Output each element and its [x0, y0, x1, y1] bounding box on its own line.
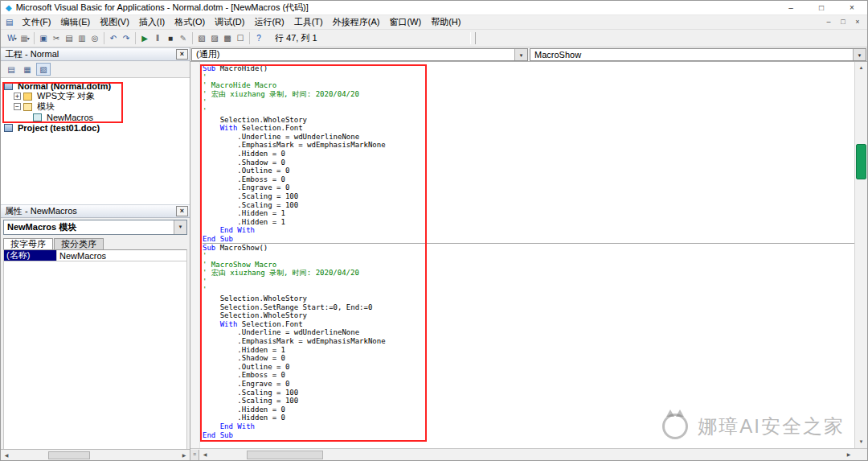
- tree-item[interactable]: +WPS文字 对象: [1, 91, 190, 101]
- window-controls: – □ ×: [776, 1, 867, 14]
- minimize-button[interactable]: –: [776, 1, 806, 14]
- properties-panel-close-icon[interactable]: ×: [176, 206, 188, 216]
- property-value[interactable]: NewMacros: [57, 251, 186, 261]
- code-line: .Outline = 0: [203, 363, 854, 372]
- design-mode-button[interactable]: ✎: [177, 31, 190, 46]
- tree-expander-icon[interactable]: +: [14, 93, 21, 100]
- code-line: .Shadow = 0: [203, 158, 854, 167]
- properties-tabs: 按字母序按分类序: [1, 237, 190, 249]
- properties-window-button[interactable]: ▨: [208, 31, 221, 46]
- find-button[interactable]: ◎: [88, 31, 101, 46]
- menu-item[interactable]: 帮助(H): [426, 15, 465, 29]
- menu-bar: ▤ 文件(F)编辑(E)视图(V)插入(I)格式(O)调试(D)运行(R)工具(…: [1, 15, 867, 30]
- maximize-button[interactable]: □: [806, 1, 837, 14]
- code-line: .Underline = wdUnderlineNone: [203, 133, 854, 142]
- tree-item[interactable]: NewMacros: [1, 112, 190, 122]
- tree-item[interactable]: −模块: [1, 101, 190, 112]
- undo-button[interactable]: ↶: [107, 31, 120, 46]
- insert-userform-button[interactable]: ▦▾: [18, 31, 31, 46]
- code-line: ' 宏由 xiuzhang 录制, 时间: 2020/04/20: [203, 90, 854, 99]
- code-line: Sub MacroShow(): [203, 243, 854, 252]
- chevron-down-icon[interactable]: ▼: [174, 220, 186, 234]
- project-explorer-button[interactable]: ▧: [195, 31, 208, 46]
- code-line: Sub MacroHide(): [203, 64, 854, 73]
- help-icon: ?: [256, 34, 261, 43]
- code-horizontal-scrollbar[interactable]: ≡ ◀ ▶: [190, 448, 867, 460]
- window-split-handle[interactable]: ≡: [190, 450, 199, 460]
- break-button[interactable]: ‖: [151, 31, 164, 46]
- properties-tab[interactable]: 按字母序: [3, 238, 53, 249]
- properties-object-selector[interactable]: NewMacros 模块 ▼: [3, 220, 187, 235]
- document-icon: ▤: [6, 18, 13, 27]
- scrollbar-corner: [854, 449, 867, 460]
- scroll-right-icon[interactable]: ▶: [178, 451, 190, 460]
- chevron-down-icon[interactable]: ▼: [853, 49, 866, 60]
- view-code-button[interactable]: ▤: [4, 63, 18, 76]
- code-line: ': [203, 278, 854, 286]
- save-button[interactable]: ▣: [37, 31, 50, 46]
- menu-item[interactable]: 窗口(W): [384, 15, 426, 29]
- reset-button[interactable]: ■: [164, 31, 177, 46]
- close-button[interactable]: ×: [837, 1, 867, 14]
- menu-item[interactable]: 文件(F): [17, 15, 55, 29]
- menu-item[interactable]: 运行(R): [249, 15, 289, 29]
- menu-item[interactable]: 外接程序(A): [328, 15, 385, 29]
- properties-tab[interactable]: 按分类序: [54, 238, 104, 249]
- menu-item[interactable]: 调试(D): [210, 15, 249, 29]
- code-line: .Hidden = 1: [203, 218, 854, 227]
- scrollbar-thumb[interactable]: [856, 144, 866, 179]
- redo-button[interactable]: ↷: [120, 31, 133, 46]
- project-explorer-icon: ▧: [198, 34, 205, 43]
- code-lines: Sub MacroHide()'' MacroHide Macro' 宏由 xi…: [200, 62, 854, 448]
- chevron-down-icon[interactable]: ▼: [514, 49, 527, 60]
- scroll-down-icon[interactable]: ▼: [855, 436, 867, 448]
- view-word-button[interactable]: W▾: [6, 31, 18, 46]
- project-panel-close-icon[interactable]: ×: [176, 49, 188, 60]
- title-bar: ◆ Microsoft Visual Basic for Application…: [1, 1, 867, 15]
- toolbar-separator: [192, 32, 193, 44]
- object-combo[interactable]: (通用) ▼: [191, 48, 528, 61]
- code-vertical-scrollbar[interactable]: ▲ ▼: [854, 62, 867, 448]
- run-button[interactable]: ▶: [138, 31, 151, 46]
- main-area: 工程 - Normal × ▤▦▧ Normal (Normal.dotm)+W…: [1, 47, 867, 460]
- menu-item[interactable]: 编辑(E): [56, 15, 96, 29]
- menu-item[interactable]: 插入(I): [134, 15, 170, 29]
- tree-item-label: NewMacros: [45, 113, 95, 122]
- run-icon: ▶: [141, 34, 148, 43]
- procedure-combo[interactable]: MacroShow ▼: [530, 48, 866, 61]
- properties-horizontal-scrollbar[interactable]: ◀ ▶: [1, 449, 190, 460]
- scroll-right-icon[interactable]: ▶: [843, 450, 854, 459]
- toolbox-icon: ☐: [237, 34, 244, 43]
- help-button[interactable]: ?: [252, 31, 265, 46]
- copy-button[interactable]: ▤: [63, 31, 76, 46]
- paste-button[interactable]: ▥: [76, 31, 88, 46]
- menu-item[interactable]: 视图(V): [95, 15, 134, 29]
- tree-expander-icon[interactable]: −: [14, 103, 21, 110]
- watermark-logo: [662, 414, 688, 439]
- object-browser-button[interactable]: ▩: [221, 31, 234, 46]
- menu-item[interactable]: 工具(T): [289, 15, 328, 29]
- scrollbar-thumb[interactable]: [48, 451, 90, 459]
- code-line: .Engrave = 0: [203, 380, 854, 389]
- view-object-button[interactable]: ▦: [20, 63, 35, 76]
- code-line: ' MacroShow Macro: [203, 261, 854, 270]
- code-line: .EmphasisMark = wdEmphasisMarkNone: [203, 337, 854, 346]
- property-row[interactable]: (名称)NewMacros: [4, 250, 186, 261]
- mdi-minimize-button[interactable]: –: [821, 17, 836, 28]
- folder-open-icon: [23, 103, 32, 111]
- tree-item[interactable]: Project (test01.doc): [1, 122, 190, 133]
- scroll-up-icon[interactable]: ▲: [855, 62, 867, 74]
- toggle-folders-button[interactable]: ▧: [36, 63, 51, 76]
- scrollbar-thumb[interactable]: [247, 451, 323, 459]
- code-editor[interactable]: Sub MacroHide()'' MacroHide Macro' 宏由 xi…: [190, 62, 867, 448]
- mdi-restore-button[interactable]: □: [836, 17, 850, 28]
- scroll-left-icon[interactable]: ◀: [1, 451, 12, 460]
- code-line: .Hidden = 1: [203, 346, 854, 355]
- menu-item[interactable]: 格式(O): [170, 15, 210, 29]
- scroll-left-icon[interactable]: ◀: [199, 450, 211, 459]
- procedure-combo-value: MacroShow: [534, 50, 581, 60]
- cut-button[interactable]: ✂: [50, 31, 63, 46]
- mdi-close-button[interactable]: ×: [850, 17, 865, 28]
- toolbox-button[interactable]: ☐: [234, 31, 247, 46]
- code-line: ': [203, 98, 854, 107]
